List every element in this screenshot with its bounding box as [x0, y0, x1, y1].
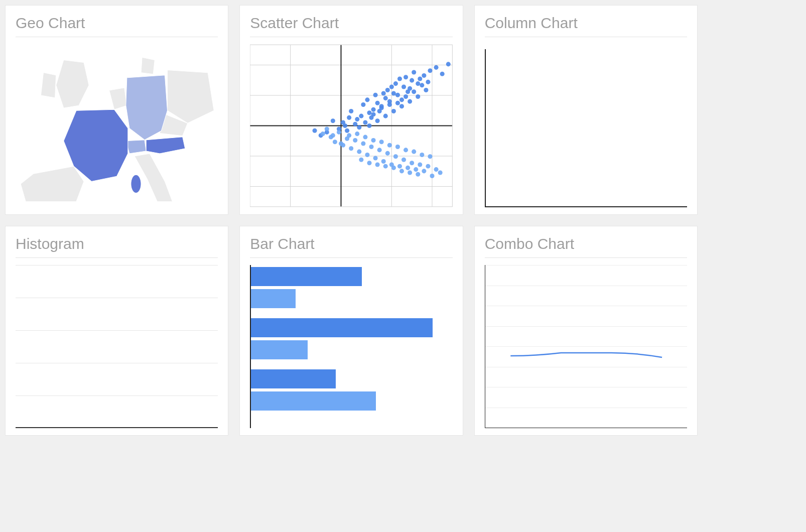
scatter-point	[395, 145, 400, 149]
scatter-point	[393, 154, 398, 159]
card-geo: Geo Chart	[5, 5, 228, 215]
scatter-chart	[250, 44, 452, 207]
scatter-point	[428, 68, 433, 73]
scatter-point	[391, 109, 396, 113]
scatter-point	[412, 150, 416, 154]
scatter-point	[389, 85, 394, 89]
scatter-point	[399, 104, 404, 108]
scatter-point	[412, 89, 416, 94]
scatter-point	[438, 171, 443, 175]
scatter-point	[375, 118, 380, 123]
scatter-point	[381, 159, 386, 164]
scatter-point	[428, 154, 433, 159]
bar	[251, 369, 336, 388]
scatter-point	[375, 101, 380, 105]
bar-chart	[250, 265, 452, 428]
scatter-point	[440, 72, 445, 76]
scatter-point	[341, 120, 345, 125]
card-title-column: Column Chart	[485, 15, 687, 37]
scatter-point	[355, 117, 360, 121]
scatter-point	[369, 145, 374, 149]
scatter-point	[424, 88, 429, 92]
card-combo: Combo Chart	[474, 226, 698, 436]
scatter-point	[420, 153, 425, 157]
scatter-point	[401, 158, 406, 162]
card-scatter: Scatter Chart	[239, 5, 463, 215]
scatter-point	[375, 162, 380, 167]
scatter-point	[349, 109, 353, 113]
card-histogram: Histogram	[5, 226, 228, 436]
region-corsica	[131, 175, 141, 193]
scatter-point	[321, 131, 325, 136]
scatter-point	[381, 91, 386, 95]
scatter-point	[379, 140, 384, 144]
scatter-point	[331, 118, 335, 123]
scatter-point	[397, 76, 402, 81]
scatter-point	[371, 138, 376, 143]
scatter-point	[379, 105, 384, 110]
bar	[251, 289, 295, 308]
scatter-point	[416, 94, 421, 99]
scatter-point	[313, 128, 317, 133]
chart-grid: Geo Chart Scatter	[5, 5, 698, 436]
scatter-point	[361, 141, 366, 146]
scatter-point	[401, 85, 406, 89]
scatter-point	[446, 62, 451, 66]
region-ireland	[41, 73, 56, 98]
scatter-svg	[250, 44, 452, 207]
bar	[251, 318, 432, 337]
card-title-bar: Bar Chart	[250, 235, 452, 258]
scatter-point	[408, 86, 412, 91]
scatter-point	[397, 164, 402, 169]
scatter-point	[365, 97, 370, 102]
scatter-point	[353, 122, 358, 126]
scatter-point	[367, 110, 372, 115]
scatter-point	[430, 174, 435, 178]
scatter-point	[399, 169, 404, 173]
bar	[251, 267, 362, 286]
scatter-point	[393, 81, 398, 86]
scatter-point	[404, 75, 408, 79]
card-bar: Bar Chart	[239, 226, 463, 436]
scatter-point	[395, 93, 400, 97]
scatter-point	[325, 126, 329, 131]
card-column: Column Chart	[474, 5, 698, 215]
region-denmark	[141, 57, 155, 74]
region-switzerland	[126, 140, 146, 154]
bar-row	[251, 318, 452, 337]
combo-chart	[485, 265, 687, 428]
scatter-point	[408, 171, 412, 175]
scatter-point	[434, 167, 439, 172]
scatter-point	[385, 151, 390, 156]
scatter-point	[371, 112, 376, 116]
scatter-point	[399, 97, 404, 102]
scatter-point	[404, 94, 408, 99]
scatter-point	[347, 115, 351, 120]
scatter-point	[357, 125, 362, 129]
scatter-point	[347, 133, 351, 138]
scatter-point	[387, 143, 392, 148]
scatter-point	[420, 83, 425, 87]
scatter-point	[365, 153, 370, 157]
scatter-point	[331, 133, 335, 138]
scatter-point	[385, 88, 390, 92]
region-germany	[126, 75, 168, 140]
scatter-point	[422, 73, 427, 78]
scatter-point	[404, 148, 408, 152]
scatter-point	[337, 130, 341, 135]
scatter-point	[391, 91, 396, 95]
scatter-point	[373, 156, 378, 160]
geo-chart	[16, 44, 218, 207]
scatter-point	[416, 81, 421, 86]
scatter-point	[387, 102, 392, 107]
bar-row	[251, 289, 452, 308]
scatter-point	[371, 107, 376, 112]
scatter-point	[410, 78, 414, 83]
geo-map-svg	[16, 44, 218, 207]
bar-row	[251, 267, 452, 286]
card-title-histogram: Histogram	[16, 235, 218, 258]
scatter-point	[410, 161, 414, 165]
scatter-point	[377, 148, 382, 152]
scatter-point	[434, 65, 439, 70]
scatter-point	[426, 80, 431, 84]
